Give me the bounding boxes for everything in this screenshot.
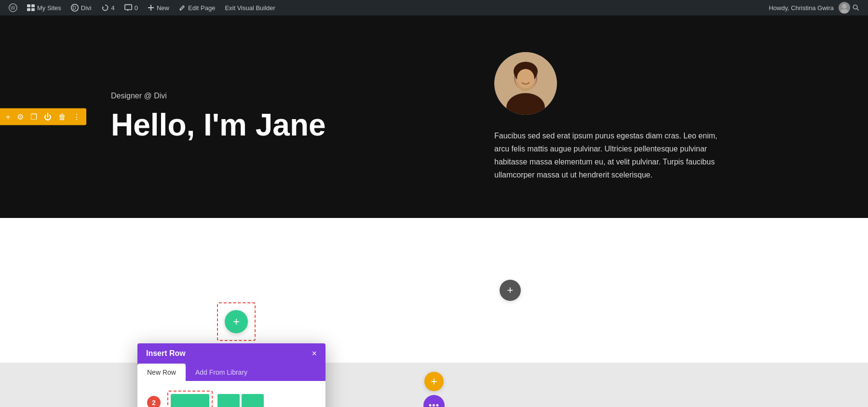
hero-right-column: Faucibus sed sed erat ipsum purus egesta…	[475, 15, 868, 218]
edit-page-menu[interactable]: Edit Page	[174, 0, 220, 15]
more-section-icon[interactable]: ⋮	[73, 112, 81, 122]
svg-rect-3	[31, 4, 35, 7]
svg-point-16	[853, 5, 857, 9]
white-section: Insert Row × New Row Add From Library 2	[0, 218, 868, 363]
svg-rect-5	[31, 8, 35, 11]
gray-section: + •••	[0, 363, 868, 407]
svg-line-17	[857, 9, 859, 11]
tab-add-from-library[interactable]: Add From Library	[186, 364, 257, 381]
svg-text:W: W	[11, 5, 15, 11]
svg-rect-9	[125, 5, 132, 10]
new-label: New	[157, 4, 169, 12]
add-module-button[interactable]: +	[225, 310, 248, 333]
row-option-2col[interactable]	[217, 394, 264, 407]
section-add-area: + •••	[423, 372, 445, 407]
modal-body: 2	[137, 381, 326, 407]
trash-section-icon[interactable]: 🗑	[58, 112, 66, 121]
svg-point-14	[842, 4, 847, 9]
add-section-icon[interactable]: +	[6, 112, 10, 121]
updates-menu[interactable]: 4	[96, 0, 120, 15]
admin-bar: W My Sites D Divi 4 0 New Edit Page Exit…	[0, 0, 868, 15]
insert-row-modal: Insert Row × New Row Add From Library 2	[137, 343, 326, 407]
search-icon[interactable]	[853, 4, 859, 11]
divi-label: Divi	[81, 4, 92, 12]
svg-rect-4	[27, 8, 30, 11]
modal-title: Insert Row	[146, 349, 186, 358]
tab-new-row[interactable]: New Row	[137, 364, 186, 381]
divi-menu[interactable]: D Divi	[66, 0, 96, 15]
user-menu[interactable]: Howdy, Christina Gwira	[764, 2, 864, 14]
page-content: + ⚙ ❐ ⏻ 🗑 ⋮ Designer @ Divi Hello, I'm J…	[0, 15, 868, 407]
col-preview-2a	[217, 394, 240, 407]
row-option-1col[interactable]	[167, 391, 213, 407]
comments-menu[interactable]: 0	[120, 0, 143, 15]
purple-dots-button[interactable]: •••	[423, 395, 445, 407]
settings-section-icon[interactable]: ⚙	[17, 112, 24, 122]
my-sites-label: My Sites	[37, 4, 61, 12]
hero-bio: Faucibus sed sed erat ipsum purus egesta…	[494, 129, 726, 182]
edit-page-label: Edit Page	[188, 4, 215, 12]
hero-avatar	[494, 52, 557, 115]
user-greeting: Howdy, Christina Gwira	[769, 4, 834, 12]
gray-plus-button[interactable]: +	[500, 280, 521, 301]
exit-builder-label: Exit Visual Builder	[225, 4, 275, 12]
col-preview-1	[171, 394, 209, 407]
comments-count: 0	[135, 4, 138, 12]
svg-text:D: D	[72, 5, 76, 11]
exit-builder-menu[interactable]: Exit Visual Builder	[220, 0, 280, 15]
clone-section-icon[interactable]: ❐	[30, 112, 37, 122]
updates-count: 4	[111, 4, 115, 12]
modal-header: Insert Row ×	[137, 343, 326, 364]
orange-plus-button[interactable]: +	[424, 372, 444, 391]
power-section-icon[interactable]: ⏻	[44, 112, 52, 121]
add-module-dashed-box: +	[217, 302, 256, 341]
svg-point-15	[841, 9, 848, 14]
svg-point-23	[517, 69, 534, 88]
modal-tabs: New Row Add From Library	[137, 364, 326, 381]
col-preview-2b	[242, 394, 264, 407]
modal-close-button[interactable]: ×	[312, 349, 317, 358]
new-menu[interactable]: New	[143, 0, 174, 15]
hero-title: Hello, I'm Jane	[111, 108, 446, 142]
hero-subtitle: Designer @ Divi	[111, 92, 446, 100]
svg-marker-8	[102, 6, 104, 8]
wp-logo[interactable]: W	[4, 0, 22, 15]
section-toolbar: + ⚙ ❐ ⏻ 🗑 ⋮	[0, 109, 86, 125]
hero-section: + ⚙ ❐ ⏻ 🗑 ⋮ Designer @ Divi Hello, I'm J…	[0, 15, 868, 218]
user-avatar	[839, 2, 850, 14]
svg-rect-2	[27, 4, 30, 7]
badge-2: 2	[147, 396, 161, 407]
my-sites-menu[interactable]: My Sites	[22, 0, 66, 15]
